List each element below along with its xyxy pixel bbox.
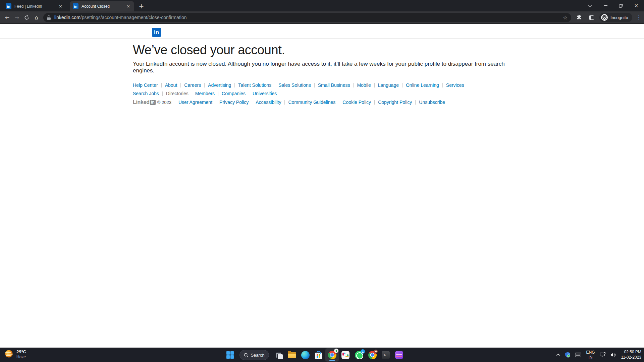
incognito-badge[interactable]: Incognito [599,13,632,22]
taskbar-search[interactable]: Search [239,350,269,360]
footer-link-services[interactable]: Services [446,82,464,88]
tab-search-chevron-icon[interactable] [582,0,598,11]
windows-logo-icon [226,351,234,359]
incognito-icon [601,14,608,21]
footer-link-search-jobs[interactable]: Search Jobs [133,91,159,96]
whatsapp-notification-badge: 1 [361,349,365,354]
slack-icon [341,351,350,359]
footer-link-companies[interactable]: Companies [222,91,246,96]
folder-icon [288,352,296,358]
browser-menu-kebab-icon[interactable]: ⋮ [635,14,643,20]
url-domain: linkedin.com [54,15,80,20]
footer-link-online-learning[interactable]: Online Learning [406,82,439,88]
tab-account-closed[interactable]: in Account Closed × [70,1,134,11]
footer-link-talent-solutions[interactable]: Talent Solutions [238,82,271,88]
lock-icon[interactable] [47,15,51,20]
divider [133,77,512,77]
clipchamp-button[interactable] [392,349,406,361]
bookmark-star-icon[interactable]: ☆ [563,14,568,21]
language-indicator[interactable]: ENG IN [586,350,595,360]
tab-title: Feed | LinkedIn [14,4,58,9]
restore-button[interactable] [613,0,629,11]
linkedin-account-closed-page: in We’ve closed your account. Your Linke… [0,24,644,348]
microsoft-store-button[interactable] [312,349,325,361]
weather-condition: Haze [16,355,26,360]
extensions-puzzle-icon[interactable] [574,13,584,22]
chrome-profile-badge: H [374,350,378,353]
url-address-bar[interactable]: linkedin.com/psettings/account-managemen… [43,13,571,22]
home-icon[interactable]: ⌂ [32,13,41,22]
windows-security-shield-icon[interactable] [565,352,570,358]
taskbar-clock[interactable]: 02:50 PM 11-02-2023 [621,350,642,360]
footer-link-privacy-policy[interactable]: Privacy Policy [219,100,249,105]
hidden-icons-chevron-icon[interactable] [556,354,560,356]
linkedin-favicon-icon: in [73,3,78,9]
url-path: /psettings/account-management/close-conf… [80,15,187,20]
taskbar-center-icons: Search 1 H [223,348,406,362]
linkedin-wordmark-in-icon: in [150,100,156,105]
page-title: We’ve closed your account. [133,43,512,57]
tray-time: 02:50 PM [624,350,641,354]
weather-widget[interactable]: 29°C Haze [4,349,26,360]
page-content: We’ve closed your account. Your LinkedIn… [133,43,512,105]
footer-link-advertising[interactable]: Advertising [208,82,231,88]
chrome-update-badge-icon [334,349,338,353]
page-header: in [0,24,644,39]
back-icon[interactable]: ← [2,13,12,22]
terminal-icon: >_ [382,351,390,359]
search-label: Search [251,353,264,358]
linkedin-logo[interactable]: in [152,28,161,37]
footer-label-directories: Directories [166,91,189,96]
slack-button[interactable] [339,349,352,361]
footer-link-copyright-policy[interactable]: Copyright Policy [378,100,412,105]
footer-link-accessibility[interactable]: Accessibility [256,100,281,105]
footer-link-small-business[interactable]: Small Business [318,82,350,88]
chrome-profile-button[interactable]: H [366,349,379,361]
footer-link-members[interactable]: Members [195,91,215,96]
start-button[interactable] [223,349,237,361]
footer-links-row-3: Linked in © 2023 User Agreement Privacy … [133,99,512,105]
footer-link-about[interactable]: About [165,82,177,88]
task-view-button[interactable] [272,349,285,361]
side-panel-icon[interactable] [587,13,596,22]
touch-keyboard-icon[interactable] [575,353,581,357]
reload-icon[interactable] [22,13,32,22]
tab-close-icon[interactable]: × [58,3,63,9]
task-view-icon [276,353,281,358]
linkedin-wordmark: Linked [133,99,150,105]
account-closed-description: Your LinkedIn account is now closed. Alt… [133,61,512,74]
volume-icon[interactable] [610,352,616,357]
edge-browser-button[interactable] [299,349,312,361]
system-tray: ENG IN 02:50 PM 11-02-2023 [556,348,641,362]
search-icon [244,353,248,357]
browser-toolbar: ← → ⌂ linkedin.com/psettings/account-man… [0,11,644,24]
store-icon [315,353,322,359]
footer-link-cookie-policy[interactable]: Cookie Policy [342,100,371,105]
minimize-button[interactable] [598,0,613,11]
footer-link-mobile[interactable]: Mobile [357,82,371,88]
forward-icon[interactable]: → [12,13,22,22]
network-icon[interactable] [600,352,606,358]
footer-link-user-agreement[interactable]: User Agreement [178,100,212,105]
incognito-label: Incognito [610,15,628,20]
whatsapp-button[interactable]: 1 [352,349,366,361]
footer-link-community-guidelines[interactable]: Community Guidelines [288,100,335,105]
footer-link-help-center[interactable]: Help Center [133,82,158,88]
new-tab-button[interactable]: + [137,1,146,10]
tab-close-icon[interactable]: × [125,3,131,9]
footer-link-unsubscribe[interactable]: Unsubscribe [419,100,445,105]
chrome-active-button[interactable] [325,349,339,361]
terminal-button[interactable]: >_ [379,349,392,361]
copyright-text: © 2023 [157,100,171,105]
url-text[interactable]: linkedin.com/psettings/account-managemen… [54,15,560,20]
tab-feed-linkedin[interactable]: in Feed | LinkedIn × [3,1,66,11]
footer-link-careers[interactable]: Careers [184,82,201,88]
close-button[interactable]: × [629,0,644,11]
footer-links-row-2: Search Jobs Directories Members Companie… [133,91,512,96]
footer-link-language[interactable]: Language [378,82,399,88]
file-explorer-button[interactable] [285,349,299,361]
footer-link-universities[interactable]: Universities [253,91,277,96]
footer-link-sales-solutions[interactable]: Sales Solutions [278,82,311,88]
haze-weather-icon [4,349,13,360]
tab-title: Account Closed [82,4,125,9]
